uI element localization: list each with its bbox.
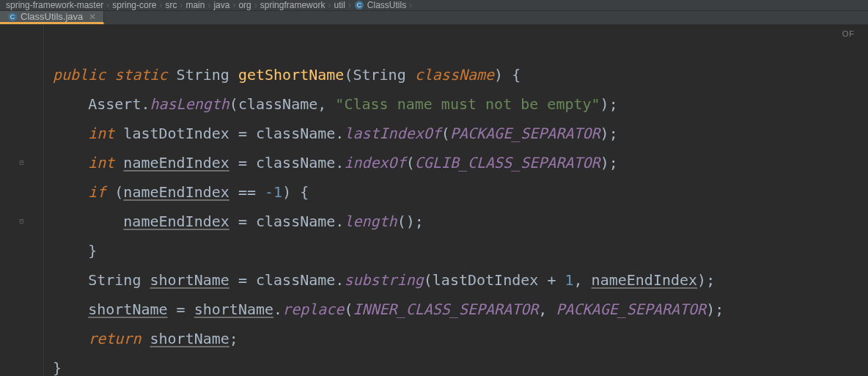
- code-line: return shortName;: [53, 330, 238, 347]
- fold-marker-icon[interactable]: ⊟: [19, 217, 23, 225]
- svg-text:C: C: [357, 1, 362, 9]
- editor-tabbar: C ClassUtils.java ✕: [0, 11, 868, 25]
- close-icon[interactable]: ✕: [89, 12, 96, 22]
- code-line: if (nameEndIndex == -1) {: [53, 183, 309, 201]
- crumb-org[interactable]: org: [238, 0, 251, 10]
- crumb-java[interactable]: java: [213, 0, 229, 10]
- code-line: }: [53, 242, 97, 259]
- code-area[interactable]: public static String getShortName(String…: [44, 25, 868, 376]
- code-line: nameEndIndex = className.length();: [53, 213, 424, 230]
- chevron-right-icon: ›: [103, 0, 112, 10]
- gutter: ⊟ ⊟: [0, 25, 44, 376]
- editor[interactable]: ⊟ ⊟ public static String getShortName(St…: [0, 25, 868, 376]
- chevron-right-icon: ›: [205, 0, 213, 10]
- code-line: int nameEndIndex = className.indexOf(CGL…: [53, 154, 618, 172]
- class-icon: C: [354, 0, 364, 10]
- tab-classutils[interactable]: C ClassUtils.java ✕: [0, 11, 104, 24]
- status-indicator: OF: [842, 29, 855, 38]
- chevron-right-icon: ›: [177, 0, 185, 10]
- breadcrumb[interactable]: spring-framework-master › spring-core › …: [0, 0, 868, 11]
- class-icon: C: [7, 12, 18, 22]
- tab-label: ClassUtils.java: [21, 11, 83, 22]
- crumb-class[interactable]: C ClassUtils: [354, 0, 406, 10]
- chevron-right-icon: ›: [229, 0, 238, 10]
- crumb-module[interactable]: spring-core: [112, 0, 156, 10]
- code-line: String shortName = className.substring(l…: [53, 271, 715, 289]
- chevron-right-icon: ›: [251, 0, 260, 10]
- code-line: Assert.hasLength(className, "Class name …: [53, 95, 618, 113]
- code-line: shortName = shortName.replace(INNER_CLAS…: [53, 301, 724, 318]
- code-line: int lastDotIndex = className.lastIndexOf…: [53, 125, 618, 142]
- code-line: public static String getShortName(String…: [53, 66, 521, 84]
- chevron-right-icon: ›: [156, 0, 165, 10]
- chevron-right-icon: ›: [345, 0, 354, 10]
- fold-marker-icon[interactable]: ⊟: [19, 158, 23, 166]
- crumb-src[interactable]: src: [165, 0, 177, 10]
- chevron-right-icon: ›: [406, 0, 415, 10]
- crumb-main[interactable]: main: [185, 0, 205, 10]
- code-line: }: [53, 359, 62, 376]
- chevron-right-icon: ›: [325, 0, 334, 10]
- crumb-project[interactable]: spring-framework-master: [6, 0, 103, 10]
- crumb-util[interactable]: util: [334, 0, 345, 10]
- crumb-springframework[interactable]: springframework: [260, 0, 326, 10]
- svg-text:C: C: [10, 13, 15, 21]
